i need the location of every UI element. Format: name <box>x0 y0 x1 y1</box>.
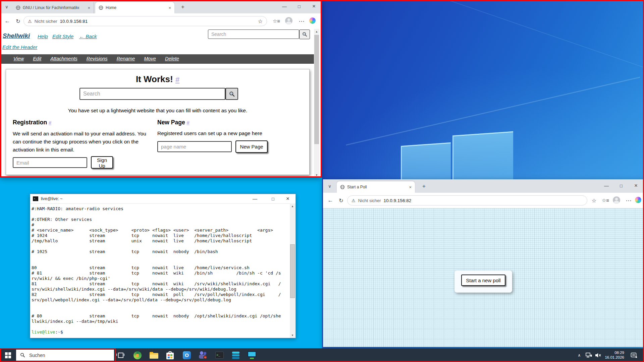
favorites-list-icon[interactable]: ☆≡ <box>272 17 280 25</box>
nav-attachments[interactable]: Attachments <box>50 56 77 61</box>
page-scrollbar[interactable]: ▲ ▼ <box>314 29 319 178</box>
taskbar-app-outlook[interactable]: O <box>179 348 194 362</box>
reload-button[interactable]: ↻ <box>336 196 346 205</box>
new-tab-button[interactable]: + <box>178 3 187 11</box>
nav-move[interactable]: Move <box>144 56 156 61</box>
terminal-maximize-button[interactable]: □ <box>266 193 280 204</box>
scroll-down-icon[interactable]: ▼ <box>314 172 319 178</box>
taskbar-app-terminal[interactable]: >_ <box>212 348 227 362</box>
nav-view[interactable]: View <box>13 56 24 61</box>
address-bar[interactable]: ⚠ Nicht sicher 10.0.9.156:81 ☆ <box>23 16 267 26</box>
tray-chevron-icon[interactable]: ∧ <box>574 348 584 362</box>
terminal-line: rv/wiki/ && exec /bin/php-cgi' <box>32 276 290 281</box>
new-tab-button[interactable]: + <box>420 183 428 190</box>
terminal-prompt[interactable]: live@live:~$ <box>32 329 290 335</box>
network-icon[interactable] <box>584 348 594 362</box>
registration-heading: Registration # <box>13 119 51 126</box>
taskbar-app-remote-desktop[interactable] <box>245 348 259 362</box>
sign-up-button[interactable]: Sign Up <box>91 156 113 169</box>
taskbar-app-store[interactable] <box>163 348 177 362</box>
favorite-star-icon[interactable]: ☆ <box>590 197 598 204</box>
back-link[interactable]: ← Back <box>79 34 97 39</box>
scroll-up-icon[interactable]: ▲ <box>290 203 295 209</box>
browser-window-wiki: ∨ GNU / Linux für Fachinformatiker ( × H… <box>0 0 322 178</box>
tab-home[interactable]: Home × <box>95 2 174 13</box>
scrollbar-thumb[interactable] <box>290 244 295 298</box>
site-title-link[interactable]: Shellwiki <box>3 32 30 40</box>
tab-close-icon[interactable]: × <box>168 5 171 10</box>
back-button[interactable]: ← <box>326 196 335 205</box>
page-name-field[interactable] <box>157 141 232 152</box>
action-center-button[interactable] <box>628 348 640 362</box>
email-field[interactable] <box>13 157 87 168</box>
terminal-titlebar[interactable]: >_ live@live: ~ — □ × <box>30 194 296 204</box>
terminal-minimize-button[interactable]: — <box>248 193 262 204</box>
tab-start-a-poll[interactable]: Start a Poll × <box>337 181 415 193</box>
nav-delete[interactable]: Delete <box>165 56 179 61</box>
taskbar-search[interactable] <box>16 350 114 361</box>
start-button[interactable] <box>1 348 15 362</box>
task-view-button[interactable] <box>113 348 128 362</box>
reload-button[interactable]: ↻ <box>13 17 23 25</box>
settings-menu-icon[interactable]: ⋯ <box>624 196 633 204</box>
help-link[interactable]: Help <box>38 34 48 39</box>
nav-edit[interactable]: Edit <box>33 56 41 61</box>
security-label: Nicht sicher <box>358 198 381 203</box>
browser-toolbar: ← ↻ ⚠ Nicht sicher 10.0.9.156:81 ☆ ☆≡ ⋯ <box>0 13 322 29</box>
header-search-input[interactable] <box>208 29 299 39</box>
terminal-line <box>32 260 290 265</box>
new-page-anchor-link[interactable]: # <box>187 120 190 125</box>
clock[interactable]: 08:29 16.01.2026 <box>602 350 624 360</box>
tab-search-chevron-icon[interactable]: ∨ <box>326 182 334 190</box>
back-button[interactable]: ← <box>3 17 12 25</box>
edit-header-link[interactable]: Edit the Header <box>2 44 37 50</box>
close-button[interactable]: × <box>307 1 321 12</box>
taskbar-app-file-explorer[interactable] <box>147 348 161 362</box>
terminal-scrollbar[interactable]: ▲ ▼ <box>290 203 296 338</box>
scrollbar-thumb[interactable] <box>314 35 319 144</box>
taskbar-app-teams[interactable]: – <box>196 348 210 362</box>
favorites-list-icon[interactable]: ☆≡ <box>601 197 609 204</box>
new-page-button[interactable]: New Page <box>235 140 268 153</box>
terminal-line: #:OTHER: Other services <box>32 217 290 222</box>
registration-anchor-link[interactable]: # <box>49 120 51 125</box>
edit-style-link[interactable]: Edit Style <box>52 34 73 39</box>
wiki-search-button[interactable] <box>225 88 238 100</box>
file-explorer-icon <box>150 352 158 359</box>
scroll-down-icon[interactable]: ▼ <box>290 333 295 338</box>
terminal-line <box>32 244 290 249</box>
maximize-button[interactable]: □ <box>614 180 628 191</box>
terminal-close-button[interactable]: × <box>281 193 294 204</box>
profile-avatar[interactable] <box>285 17 292 24</box>
tab-search-chevron-icon[interactable]: ∨ <box>3 3 11 11</box>
tab-close-icon[interactable]: × <box>88 5 90 10</box>
minimize-button[interactable]: — <box>600 180 613 191</box>
settings-menu-icon[interactable]: ⋯ <box>297 17 306 25</box>
taskbar-app-server-stack[interactable] <box>228 348 243 362</box>
copilot-button[interactable] <box>635 197 641 203</box>
profile-avatar[interactable] <box>613 196 620 204</box>
nav-rename[interactable]: Rename <box>117 56 135 61</box>
copilot-button[interactable] <box>309 17 316 24</box>
poll-form-card: Start a new poll <box>454 270 512 293</box>
start-new-poll-button[interactable]: Start a new poll <box>461 275 505 286</box>
wiki-search-input[interactable] <box>79 88 225 100</box>
nav-revisions[interactable]: Revisions <box>87 56 108 61</box>
clock-time: 08:29 <box>602 350 624 355</box>
title-anchor-link[interactable]: # <box>175 75 179 84</box>
terminal-line: srv/poll/webpoll/index.cgi --data=/srv/p… <box>32 297 290 303</box>
volume-muted-icon[interactable] <box>593 348 603 362</box>
tab-gnu-linux[interactable]: GNU / Linux für Fachinformatiker ( × <box>12 2 94 13</box>
wiki-page: Shellwiki Help Edit Style ← Back Edit th… <box>0 29 322 178</box>
taskbar-app-security[interactable] <box>130 348 145 362</box>
taskbar-search-input[interactable] <box>29 352 97 358</box>
close-button[interactable]: × <box>629 180 643 191</box>
maximize-button[interactable]: □ <box>292 1 306 12</box>
address-bar[interactable]: ⚠ Nicht sicher 10.0.9.156:82 <box>347 195 587 205</box>
scroll-up-icon[interactable]: ▲ <box>314 29 319 34</box>
page-title: It Works! # <box>6 74 309 84</box>
favorite-star-icon[interactable]: ☆ <box>258 18 263 24</box>
header-search-button[interactable] <box>299 29 310 39</box>
tab-close-icon[interactable]: × <box>409 185 412 190</box>
minimize-button[interactable]: — <box>278 1 291 12</box>
